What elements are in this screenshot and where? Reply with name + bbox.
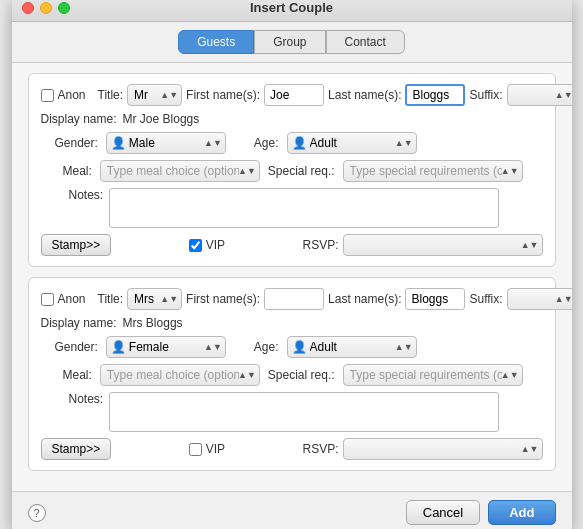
traffic-lights	[22, 2, 70, 14]
person2-firstname-input[interactable]	[264, 288, 324, 310]
person1-gender-label: Gender:	[55, 136, 98, 150]
person2-gender-age-row: Gender: 👤 Male Female Other ▲▼ Age: 👤 Ad…	[41, 336, 543, 358]
person2-meal-label: Meal:	[63, 368, 92, 382]
person2-notes-textarea[interactable]	[109, 392, 499, 432]
person2-age-wrap: 👤 Adult Child Infant ▲▼	[287, 336, 417, 358]
tab-guests[interactable]: Guests	[178, 30, 254, 54]
footer-buttons: Cancel Add	[406, 500, 556, 525]
person2-special-select[interactable]: Type special requirements (op...	[343, 364, 523, 386]
close-button[interactable]	[22, 2, 34, 14]
person2-age-select[interactable]: Adult Child Infant	[287, 336, 417, 358]
person1-gender-wrap: 👤 Male Female Other ▲▼	[106, 132, 226, 154]
person2-vip-label: VIP	[206, 442, 225, 456]
person2-anon-checkbox[interactable]	[41, 293, 54, 306]
person2-rsvp-wrap: ▲▼	[343, 438, 543, 460]
person1-special-wrap: Type special requirements (op... ▲▼	[343, 160, 523, 182]
person1-age-wrap: 👤 Adult Child Infant ▲▼	[287, 132, 417, 154]
person2-lastname-input[interactable]	[405, 288, 465, 310]
tab-group[interactable]: Group	[254, 30, 325, 54]
person1-special-select[interactable]: Type special requirements (op...	[343, 160, 523, 182]
person1-vip-checkbox[interactable]	[189, 239, 202, 252]
person1-gender-select[interactable]: Male Female Other	[106, 132, 226, 154]
person1-title-select[interactable]: Mr Mrs Ms Dr	[127, 84, 182, 106]
person2-displayname-label: Display name:	[41, 316, 117, 330]
person1-block: Anon Title: Mr Mrs Ms Dr ▲▼ First name(s…	[28, 73, 556, 267]
person1-stamp-button[interactable]: Stamp>>	[41, 234, 112, 256]
person1-displayname-label: Display name:	[41, 112, 117, 126]
person2-title-label: Title:	[98, 292, 124, 306]
person1-meal-label: Meal:	[63, 164, 92, 178]
person2-meal-wrap: Type meal choice (optional) ▲▼	[100, 364, 260, 386]
person2-title-wrap: Mr Mrs Ms Dr ▲▼	[127, 288, 182, 310]
person2-displayname-value: Mrs Bloggs	[123, 316, 183, 330]
person1-row1: Anon Title: Mr Mrs Ms Dr ▲▼ First name(s…	[41, 84, 543, 106]
person2-meal-select[interactable]: Type meal choice (optional)	[100, 364, 260, 386]
person2-suffix-wrap: Jr Sr ▲▼	[507, 288, 572, 310]
person2-gender-select[interactable]: Male Female Other	[106, 336, 226, 358]
person1-displayname-value: Mr Joe Bloggs	[123, 112, 200, 126]
person2-row1: Anon Title: Mr Mrs Ms Dr ▲▼ First name(s…	[41, 288, 543, 310]
person1-gender-age-row: Gender: 👤 Male Female Other ▲▼ Age: 👤 Ad…	[41, 132, 543, 154]
person2-vip-wrap: VIP	[189, 442, 225, 456]
person1-suffix-select[interactable]: Jr Sr III	[507, 84, 572, 106]
person2-suffix-label: Suffix:	[469, 292, 502, 306]
person1-anon-checkbox[interactable]	[41, 89, 54, 102]
person1-rsvp-select[interactable]	[343, 234, 543, 256]
person1-vip-wrap: VIP	[189, 238, 225, 252]
person1-firstname-label: First name(s):	[186, 88, 260, 102]
person2-gender-label: Gender:	[55, 340, 98, 354]
person2-age-label: Age:	[254, 340, 279, 354]
maximize-button[interactable]	[58, 2, 70, 14]
person2-notes-label: Notes:	[69, 392, 104, 406]
person1-age-select[interactable]: Adult Child Infant	[287, 132, 417, 154]
person2-anon-label: Anon	[58, 292, 86, 306]
person1-title-label: Title:	[98, 88, 124, 102]
footer: ? Cancel Add	[12, 491, 572, 529]
minimize-button[interactable]	[40, 2, 52, 14]
person1-suffix-label: Suffix:	[469, 88, 502, 102]
person2-anon-wrap: Anon	[41, 292, 86, 306]
window-title: Insert Couple	[250, 0, 333, 15]
person1-displayname-row: Display name: Mr Joe Bloggs	[41, 112, 543, 126]
person1-notes-textarea[interactable]	[109, 188, 499, 228]
person1-notes-label: Notes:	[69, 188, 104, 202]
person1-lastname-label: Last name(s):	[328, 88, 401, 102]
content-area: Anon Title: Mr Mrs Ms Dr ▲▼ First name(s…	[12, 63, 572, 491]
person2-lastname-label: Last name(s):	[328, 292, 401, 306]
person2-firstname-label: First name(s):	[186, 292, 260, 306]
person1-rsvp-label: RSVP:	[302, 238, 338, 252]
person1-notes-row: Notes:	[41, 188, 543, 228]
cancel-button[interactable]: Cancel	[406, 500, 480, 525]
person2-rsvp-select[interactable]	[343, 438, 543, 460]
tab-contact[interactable]: Contact	[326, 30, 405, 54]
tabs-bar: Guests Group Contact	[12, 22, 572, 63]
person1-anon-wrap: Anon	[41, 88, 86, 102]
person1-age-label: Age:	[254, 136, 279, 150]
person1-firstname-input[interactable]	[264, 84, 324, 106]
person2-rsvp-label: RSVP:	[302, 442, 338, 456]
person2-vip-checkbox[interactable]	[189, 443, 202, 456]
person1-lastname-input[interactable]	[405, 84, 465, 106]
add-button[interactable]: Add	[488, 500, 555, 525]
person1-vip-label: VIP	[206, 238, 225, 252]
main-window: Insert Couple Guests Group Contact Anon …	[12, 0, 572, 529]
person2-meal-row: Meal: Type meal choice (optional) ▲▼ Spe…	[41, 364, 543, 386]
person1-suffix-wrap: Jr Sr III ▲▼	[507, 84, 572, 106]
person2-displayname-row: Display name: Mrs Bloggs	[41, 316, 543, 330]
person2-suffix-select[interactable]: Jr Sr	[507, 288, 572, 310]
person2-stamp-button[interactable]: Stamp>>	[41, 438, 112, 460]
person2-gender-wrap: 👤 Male Female Other ▲▼	[106, 336, 226, 358]
person2-special-label: Special req.:	[268, 368, 335, 382]
person2-block: Anon Title: Mr Mrs Ms Dr ▲▼ First name(s…	[28, 277, 556, 471]
person2-notes-row: Notes:	[41, 392, 543, 432]
person1-meal-select[interactable]: Type meal choice (optional)	[100, 160, 260, 182]
person1-rsvp-wrap: ▲▼	[343, 234, 543, 256]
person1-anon-label: Anon	[58, 88, 86, 102]
person2-special-wrap: Type special requirements (op... ▲▼	[343, 364, 523, 386]
person1-meal-row: Meal: Type meal choice (optional) ▲▼ Spe…	[41, 160, 543, 182]
help-button[interactable]: ?	[28, 504, 46, 522]
person1-title-wrap: Mr Mrs Ms Dr ▲▼	[127, 84, 182, 106]
person2-title-select[interactable]: Mr Mrs Ms Dr	[127, 288, 182, 310]
person1-special-label: Special req.:	[268, 164, 335, 178]
titlebar: Insert Couple	[12, 0, 572, 22]
